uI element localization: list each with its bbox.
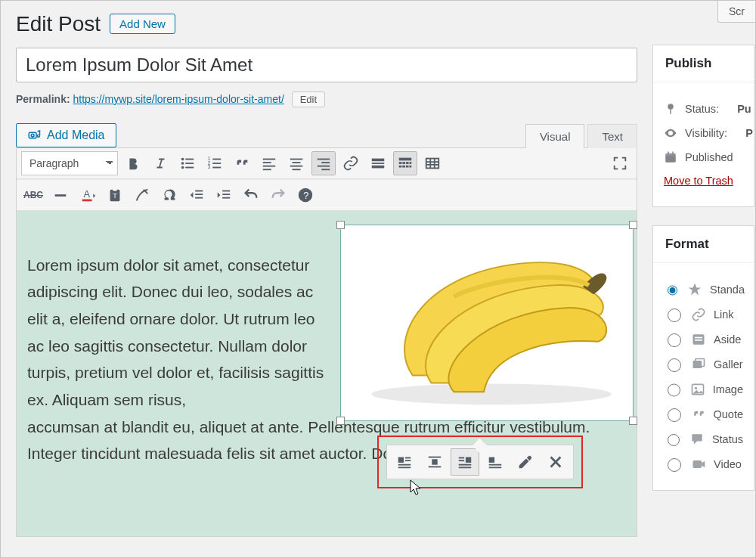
img-align-left-button[interactable] [390, 448, 419, 476]
svg-rect-62 [429, 467, 442, 468]
image-icon [690, 382, 705, 397]
img-align-none-button[interactable] [481, 448, 510, 476]
undo-button[interactable] [239, 183, 263, 207]
permalink-link[interactable]: https://mywp.site/lorem-ipsum-dolor-sit-… [73, 93, 284, 105]
post-body-text[interactable]: Lorem ipsum dolor sit amet, consectetur … [27, 252, 336, 414]
svg-rect-76 [672, 152, 674, 155]
add-new-button[interactable]: Add New [110, 14, 175, 34]
bold-button[interactable] [121, 151, 145, 175]
quote-icon [691, 407, 706, 422]
svg-rect-74 [665, 153, 676, 156]
svg-rect-65 [459, 460, 464, 461]
format-radio-image[interactable] [668, 383, 680, 397]
help-button[interactable]: ? [293, 183, 318, 207]
svg-text:A: A [84, 188, 91, 199]
screen-options-button[interactable]: Scr [717, 1, 755, 23]
format-radio-video[interactable] [668, 458, 681, 472]
resize-handle-bl[interactable] [336, 417, 345, 425]
format-option-status[interactable]: Status [664, 431, 743, 447]
italic-button[interactable] [148, 151, 172, 175]
video-icon [691, 457, 706, 472]
edit-slug-button[interactable]: Edit [292, 91, 325, 107]
svg-rect-78 [695, 336, 702, 338]
resize-handle-tr[interactable] [629, 221, 637, 229]
quote-button[interactable] [230, 151, 254, 175]
move-to-trash-link[interactable]: Move to Trash [664, 175, 733, 187]
align-center-button[interactable] [284, 151, 308, 175]
format-radio-gallery[interactable] [668, 358, 681, 372]
paste-text-button[interactable]: T [103, 183, 127, 207]
strike-button[interactable]: ABC [21, 183, 45, 207]
post-image[interactable] [340, 225, 634, 421]
align-left-button[interactable] [257, 151, 281, 175]
svg-point-71 [668, 104, 674, 110]
svg-text:3: 3 [208, 164, 211, 169]
svg-rect-60 [429, 457, 442, 458]
fullscreen-button[interactable] [608, 151, 632, 175]
svg-rect-45 [195, 190, 203, 191]
svg-rect-27 [372, 163, 385, 164]
format-option-aside[interactable]: Aside [664, 331, 743, 347]
format-radio-status[interactable] [668, 433, 680, 447]
format-radio-link[interactable] [668, 308, 681, 322]
post-title-input[interactable] [16, 48, 637, 82]
img-remove-button[interactable] [541, 448, 570, 476]
format-option-link[interactable]: Link [664, 306, 743, 322]
bullets-button[interactable] [175, 151, 200, 175]
svg-rect-38 [426, 158, 439, 168]
add-media-button[interactable]: Add Media [16, 123, 116, 147]
hr-button[interactable] [48, 183, 73, 207]
kitchen-sink-button[interactable] [393, 151, 417, 175]
publish-panel: Publish Status: Pu Visibility: P Publish… [652, 45, 754, 207]
svg-rect-22 [318, 158, 330, 160]
svg-point-4 [181, 166, 184, 169]
svg-rect-48 [222, 190, 230, 191]
tab-visual[interactable]: Visual [525, 124, 585, 148]
svg-rect-37 [410, 165, 412, 167]
eye-icon [664, 126, 677, 140]
redo-button[interactable] [266, 183, 290, 207]
format-option-video[interactable]: Video [664, 456, 743, 472]
numbers-button[interactable]: 123 [203, 151, 227, 175]
align-right-button[interactable] [311, 151, 336, 175]
svg-rect-61 [432, 459, 437, 464]
svg-rect-69 [489, 464, 502, 466]
tab-text[interactable]: Text [587, 124, 637, 148]
format-radio-aside[interactable] [668, 333, 681, 347]
svg-rect-19 [293, 162, 301, 163]
format-radio-standard[interactable] [668, 284, 677, 297]
svg-rect-11 [212, 158, 221, 160]
svg-rect-47 [195, 197, 203, 198]
svg-rect-64 [459, 457, 464, 459]
svg-rect-29 [399, 157, 412, 160]
format-option-quote[interactable]: Quote [664, 406, 743, 422]
table-button[interactable] [420, 151, 445, 175]
outdent-button[interactable] [184, 183, 209, 207]
svg-rect-57 [405, 460, 411, 461]
format-option-image[interactable]: Image [664, 381, 743, 397]
svg-rect-72 [670, 109, 671, 114]
resize-handle-br[interactable] [629, 417, 637, 425]
format-option-standard[interactable]: Standa [664, 281, 743, 297]
clear-format-button[interactable] [130, 183, 154, 207]
special-char-button[interactable] [157, 183, 181, 207]
img-edit-button[interactable] [511, 448, 540, 476]
resize-handle-tl[interactable] [336, 221, 345, 229]
svg-point-54 [371, 383, 612, 405]
readmore-button[interactable] [366, 151, 390, 175]
format-label: Status [712, 433, 743, 445]
svg-rect-12 [212, 163, 221, 164]
svg-rect-13 [212, 166, 221, 168]
format-option-gallery[interactable]: Galler [664, 356, 743, 372]
format-heading: Format [653, 226, 754, 263]
svg-rect-16 [263, 165, 276, 166]
format-select[interactable]: Paragraph [21, 151, 118, 175]
indent-button[interactable] [212, 183, 236, 207]
img-align-right-button[interactable] [451, 448, 479, 476]
svg-rect-30 [399, 162, 402, 164]
link-button[interactable] [339, 151, 363, 175]
format-label: Galler [714, 358, 743, 370]
format-radio-quote[interactable] [668, 408, 681, 422]
img-align-center-button[interactable] [420, 448, 449, 476]
textcolor-button[interactable]: A [76, 183, 100, 207]
